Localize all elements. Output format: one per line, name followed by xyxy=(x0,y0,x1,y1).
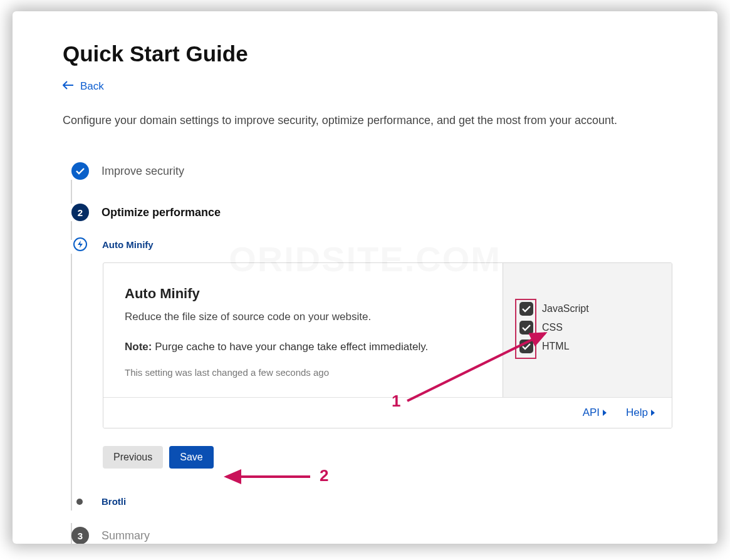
auto-minify-card: Auto Minify Reduce the file size of sour… xyxy=(103,262,672,428)
card-last-changed: This setting was last changed a few seco… xyxy=(125,367,481,378)
back-link-label: Back xyxy=(80,80,104,93)
card-note: Note: Purge cache to have your change ta… xyxy=(125,341,481,353)
step-label: Summary xyxy=(102,529,150,542)
step-summary[interactable]: 3 Summary xyxy=(71,527,672,544)
card-description: Reduce the file size of source code on y… xyxy=(125,311,481,323)
step-improve-security[interactable]: Improve security xyxy=(71,162,672,180)
stepper: Improve security 2 Optimize performance … xyxy=(63,162,672,544)
step-connector xyxy=(71,180,72,204)
checkbox-row-html: HTML xyxy=(519,340,655,353)
checkbox-html[interactable] xyxy=(519,340,533,353)
checkbox-label: JavaScript xyxy=(542,303,589,314)
page-title: Quick Start Guide xyxy=(63,41,672,66)
card-options-panel: JavaScript CSS HTML xyxy=(503,263,672,397)
check-icon xyxy=(71,162,89,180)
save-button[interactable]: Save xyxy=(169,446,213,469)
checkbox-css[interactable] xyxy=(519,321,533,334)
step-number-badge: 2 xyxy=(71,204,89,221)
caret-right-icon xyxy=(650,409,655,417)
checkbox-row-javascript: JavaScript xyxy=(519,302,655,316)
card-title: Auto Minify xyxy=(125,286,481,302)
substep-brotli[interactable]: Brotli xyxy=(76,496,672,507)
step-number-badge: 3 xyxy=(71,527,89,544)
intro-text: Configure your domain settings to improv… xyxy=(63,113,672,128)
step-label: Improve security xyxy=(102,165,184,178)
substep-auto-minify[interactable]: Auto Minify xyxy=(73,237,672,251)
checkbox-javascript[interactable] xyxy=(519,302,533,316)
page-container: ORIDSITE.COM Quick Start Guide Back Conf… xyxy=(13,11,717,544)
caret-right-icon xyxy=(602,409,607,417)
help-link[interactable]: Help xyxy=(626,407,655,419)
card-note-text: Purge cache to have your change take eff… xyxy=(152,341,428,353)
arrow-left-icon xyxy=(63,80,74,93)
api-link-label: API xyxy=(583,407,600,419)
substep-label: Brotli xyxy=(102,496,126,507)
help-link-label: Help xyxy=(626,407,648,419)
substep-label: Auto Minify xyxy=(102,239,154,250)
checkbox-row-css: CSS xyxy=(519,321,655,334)
card-footer: API Help xyxy=(103,397,672,428)
button-row: Previous Save xyxy=(103,446,672,469)
back-link[interactable]: Back xyxy=(63,80,104,113)
auto-minify-card-wrap: Auto Minify Reduce the file size of sour… xyxy=(103,262,672,428)
dot-icon xyxy=(76,499,83,505)
step-label: Optimize performance xyxy=(102,206,221,219)
step-connector xyxy=(71,254,72,511)
checkbox-label: HTML xyxy=(542,341,570,352)
checkbox-label: CSS xyxy=(542,322,563,333)
step-connector xyxy=(71,221,72,240)
card-body: Auto Minify Reduce the file size of sour… xyxy=(103,263,503,397)
step-optimize-performance[interactable]: 2 Optimize performance xyxy=(71,204,672,221)
previous-button[interactable]: Previous xyxy=(103,446,163,469)
lightning-icon xyxy=(73,237,87,251)
api-link[interactable]: API xyxy=(583,407,607,419)
card-note-label: Note: xyxy=(125,341,152,353)
